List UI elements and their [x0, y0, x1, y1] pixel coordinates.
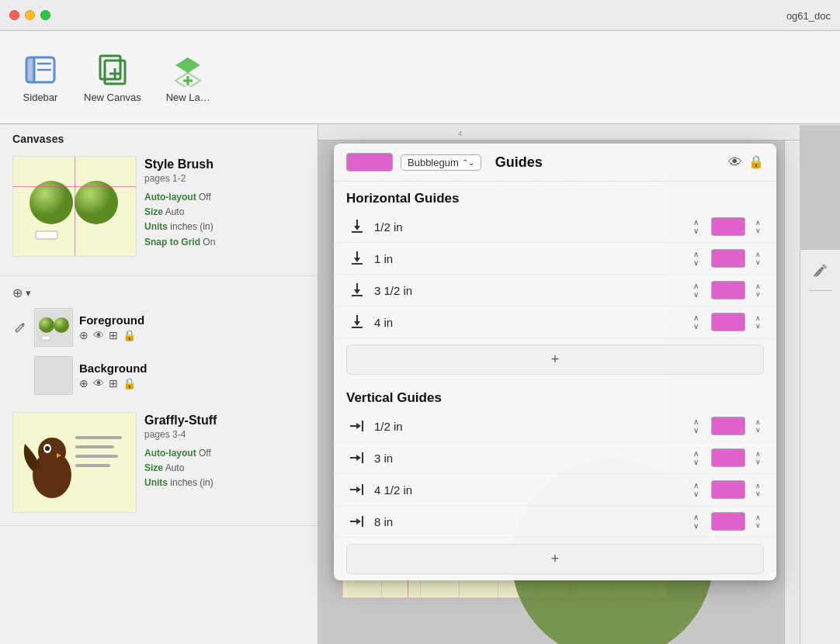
- edit-icon-foreground[interactable]: [12, 320, 28, 335]
- layer-print-icon[interactable]: ⊞: [109, 329, 118, 341]
- canvas-item-style-brush[interactable]: Style Brush pages 1-2 Auto-layout Off Si…: [0, 150, 318, 276]
- svg-text:4: 4: [458, 130, 462, 137]
- v-guide-color-stepper-0[interactable]: ∧ ∨: [751, 418, 764, 434]
- h-guide-stepper-2[interactable]: ∧ ∨: [693, 282, 699, 299]
- layer-row-foreground: Foreground ⊕ 👁 ⊞ 🔒: [12, 303, 305, 351]
- canvas-title-graffly: Graffly-Stuff: [144, 414, 217, 428]
- guides-header-icons: 👁 🔒: [728, 154, 764, 171]
- h-guide-stepper-0[interactable]: ∧ ∨: [693, 218, 699, 235]
- maximize-button[interactable]: [40, 10, 50, 20]
- new-layer-icon: [169, 51, 207, 88]
- v-guide-stepper-0[interactable]: ∧ ∨: [693, 417, 699, 435]
- lock-icon[interactable]: 🔒: [748, 154, 764, 171]
- canvas-title-style-brush: Style Brush: [144, 158, 215, 171]
- h-guide-stepper-1[interactable]: ∧ ∨: [693, 250, 699, 267]
- svg-marker-37: [354, 226, 360, 230]
- v-guide-stepper-2[interactable]: ∧ ∨: [693, 481, 699, 498]
- canvas-item-graffly-stuff[interactable]: Graffly-Stuff pages 3-4 Auto-layout Off …: [0, 406, 318, 526]
- layer-stack-icon[interactable]: ⊕: [79, 329, 89, 341]
- graffly-size-label: Size: [144, 462, 163, 473]
- h-guide-color-3[interactable]: [711, 313, 745, 331]
- paint-tool-button[interactable]: [807, 256, 835, 284]
- canvases-header: Canvases: [0, 125, 318, 150]
- v-guide-color-stepper-3[interactable]: ∧ ∨: [751, 514, 764, 529]
- h-guide-value-0: 1/2 in: [374, 220, 687, 234]
- v-guide-value-2: 4 1/2 in: [374, 483, 687, 497]
- v-guide-stepper-1[interactable]: ∧ ∨: [693, 449, 699, 466]
- bg-layer-lock-icon[interactable]: 🔒: [123, 377, 136, 390]
- minimize-button[interactable]: [25, 10, 35, 20]
- h-guide-stepper-3[interactable]: ∧ ∨: [693, 313, 699, 331]
- bg-layer-eye-icon[interactable]: 👁: [93, 377, 104, 390]
- v-guide-value-0: 1/2 in: [374, 420, 687, 433]
- h-guide-row-0: 1/2 in ∧ ∨ ∧ ∨: [334, 211, 776, 243]
- svg-marker-49: [356, 423, 361, 429]
- close-button[interactable]: [9, 10, 19, 20]
- layers-chevron-icon: ▾: [26, 287, 31, 299]
- h-guide-color-0[interactable]: [711, 217, 745, 236]
- svg-point-18: [39, 317, 54, 333]
- svg-marker-9: [175, 57, 200, 73]
- auto-layout-label: Auto-layout: [144, 192, 196, 203]
- dropdown-chevron-icon: ⌃⌄: [462, 158, 474, 167]
- svg-point-24: [38, 438, 66, 466]
- svg-rect-31: [75, 464, 110, 467]
- sidebar-button[interactable]: Sidebar: [12, 45, 68, 109]
- traffic-lights: [9, 10, 50, 20]
- h-guide-color-stepper-0[interactable]: ∧ ∨: [751, 219, 764, 234]
- h-guide-color-1[interactable]: [711, 249, 745, 268]
- svg-marker-52: [356, 455, 361, 461]
- svg-rect-34: [785, 140, 800, 644]
- v-guide-icon-0: [346, 415, 368, 437]
- h-guide-color-stepper-2[interactable]: ∧ ∨: [751, 282, 764, 298]
- sidebar-label: Sidebar: [23, 92, 58, 103]
- new-layer-label: New La…: [166, 92, 210, 103]
- h-guide-color-stepper-3[interactable]: ∧ ∨: [751, 314, 764, 330]
- layer-row-background: Background ⊕ 👁 ⊞ 🔒: [12, 351, 305, 400]
- h-guide-color-2[interactable]: [711, 281, 745, 299]
- sidebar-icon: [22, 51, 59, 88]
- bg-layer-print-icon[interactable]: ⊞: [109, 377, 118, 390]
- v-guide-value-1: 3 in: [374, 452, 687, 465]
- v-guide-color-stepper-2[interactable]: ∧ ∨: [751, 482, 764, 497]
- color-name: Bubblegum: [408, 157, 459, 168]
- layer-eye-icon[interactable]: 👁: [93, 329, 104, 341]
- v-guide-color-1[interactable]: [711, 448, 745, 467]
- h-guide-value-2: 3 1/2 in: [374, 284, 687, 297]
- add-v-guide-button[interactable]: +: [346, 544, 764, 574]
- h-guide-color-stepper-1[interactable]: ∧ ∨: [751, 251, 764, 266]
- new-layer-button[interactable]: New La…: [157, 45, 220, 109]
- layer-icons-background: ⊕ 👁 ⊞ 🔒: [79, 377, 305, 390]
- vertical-guides-title: Vertical Guides: [334, 381, 776, 410]
- horizontal-guides-title: Horizontal Guides: [334, 182, 776, 211]
- v-guide-color-stepper-1[interactable]: ∧ ∨: [751, 450, 764, 466]
- main-toolbar: Sidebar New Canvas New La…: [0, 31, 840, 124]
- v-guide-row-3: 8 in ∧ ∨ ∧ ∨: [334, 506, 776, 538]
- h-guide-icon-1: [346, 248, 368, 269]
- layer-name-background: Background: [79, 362, 305, 375]
- v-guide-color-2[interactable]: [711, 480, 745, 499]
- add-h-guide-button[interactable]: +: [346, 345, 764, 375]
- layers-toggle[interactable]: ⊕ ▾: [12, 282, 305, 303]
- layer-lock-icon[interactable]: 🔒: [123, 329, 136, 341]
- canvas-meta-graffly: Auto-layout Off Size Auto Units inches (…: [144, 446, 217, 491]
- svg-marker-58: [356, 518, 361, 525]
- v-guide-stepper-3[interactable]: ∧ ∨: [693, 513, 699, 530]
- new-canvas-button[interactable]: New Canvas: [75, 45, 151, 109]
- v-guide-row-0: 1/2 in ∧ ∨ ∧ ∨: [334, 410, 776, 442]
- color-dropdown[interactable]: Bubblegum ⌃⌄: [401, 154, 481, 171]
- svg-rect-29: [75, 445, 114, 448]
- canvas-preview-style-brush: [12, 156, 137, 257]
- ruler-horizontal: 4: [318, 125, 800, 140]
- h-guide-value-1: 1 in: [374, 252, 687, 265]
- layer-thumbnail-background: [34, 356, 73, 395]
- bg-layer-stack-icon[interactable]: ⊕: [79, 377, 89, 390]
- eye-icon[interactable]: 👁: [728, 154, 742, 171]
- svg-rect-32: [318, 125, 800, 140]
- ruler-vertical: [784, 140, 800, 644]
- v-guide-color-3[interactable]: [711, 512, 745, 531]
- guide-color-swatch[interactable]: [346, 153, 393, 171]
- v-guide-icon-3: [346, 511, 368, 532]
- v-guide-color-0[interactable]: [711, 417, 745, 435]
- new-canvas-icon: [94, 51, 131, 88]
